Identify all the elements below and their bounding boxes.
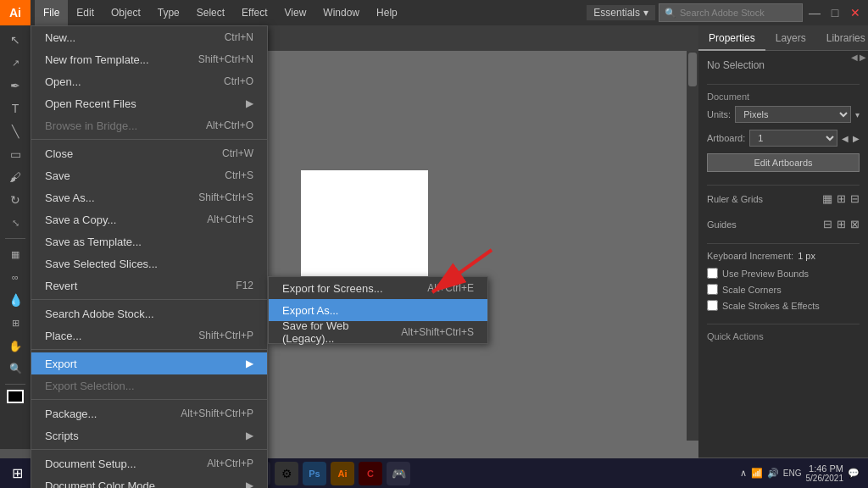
- tab-libraries[interactable]: Libraries: [816, 25, 868, 51]
- artboard-prev[interactable]: ◀: [842, 134, 849, 143]
- menu-save-slices[interactable]: Save Selected Slices...: [31, 252, 267, 274]
- taskbar-icon-game[interactable]: 🎮: [387, 462, 410, 485]
- menu-close[interactable]: Close Ctrl+W: [31, 142, 267, 164]
- select-tool[interactable]: ↖: [3, 30, 27, 50]
- taskbar-start[interactable]: ⊞: [0, 458, 34, 488]
- preview-bounds-cb[interactable]: [707, 268, 718, 279]
- guide-icon1[interactable]: ⊟: [823, 218, 832, 230]
- menu-package[interactable]: Package... Alt+Shift+Ctrl+P: [31, 402, 267, 424]
- gradient-tool[interactable]: ▦: [3, 244, 27, 264]
- artboard-tool[interactable]: ⊞: [3, 313, 27, 333]
- line-tool[interactable]: ╲: [3, 121, 27, 141]
- menu-color-mode[interactable]: Document Color Mode ▶: [31, 474, 267, 488]
- ruler-grids-row: Ruler & Grids ▦ ⊞ ⊟: [707, 192, 860, 205]
- menu-search-stock[interactable]: Search Adobe Stock...: [31, 302, 267, 324]
- pen-tool[interactable]: ✒: [3, 75, 27, 96]
- type-tool[interactable]: T: [3, 98, 27, 119]
- maximize-button[interactable]: □: [826, 4, 843, 21]
- fill-stroke[interactable]: [7, 390, 24, 403]
- guide-icon2[interactable]: ⊞: [837, 218, 846, 230]
- taskbar-right: ∧ 📶 🔊 ENG 1:46 PM 5/26/2021 💬: [740, 463, 868, 483]
- document-label: Document: [707, 92, 860, 102]
- taskbar-lang[interactable]: ENG: [783, 469, 802, 478]
- snap-icon[interactable]: ⊟: [850, 192, 860, 205]
- minimize-button[interactable]: —: [806, 4, 823, 21]
- scale-corners-row: Scale Corners: [707, 284, 860, 295]
- taskbar-icon-settings[interactable]: ⚙: [275, 462, 298, 485]
- scale-corners-label: Scale Corners: [722, 285, 782, 295]
- toolbar-divider: [5, 238, 25, 239]
- blend-tool[interactable]: ∞: [3, 267, 27, 287]
- divider2: [707, 185, 860, 186]
- artboard-row: Artboard: 1 ◀ ▶: [707, 130, 860, 147]
- artboard-next[interactable]: ▶: [853, 134, 860, 143]
- taskbar-icon-c[interactable]: C: [359, 462, 382, 485]
- keyboard-label: Keyboard Increment:: [707, 251, 793, 261]
- menu-new[interactable]: New... Ctrl+N: [31, 26, 267, 48]
- menu-save-as[interactable]: Save As... Shift+Ctrl+S: [31, 186, 267, 208]
- panel-left-btn[interactable]: ◀: [851, 53, 858, 62]
- search-box[interactable]: 🔍 Search Adobe Stock: [659, 3, 803, 22]
- preview-bounds-row: Use Preview Bounds: [707, 268, 860, 279]
- ruler-icon[interactable]: ▦: [822, 192, 832, 205]
- menu-select[interactable]: Select: [188, 0, 233, 25]
- save-for-web[interactable]: Save for Web (Legacy)... Alt+Shift+Ctrl+…: [269, 321, 487, 343]
- taskbar-icons-tray: ∧: [740, 468, 747, 479]
- menu-window[interactable]: Window: [314, 0, 368, 25]
- guide-icon3[interactable]: ⊠: [850, 218, 860, 230]
- scrollbar-thumb[interactable]: [688, 53, 697, 86]
- scale-strokes-cb[interactable]: [707, 300, 718, 311]
- grid-icon[interactable]: ⊞: [837, 192, 846, 205]
- export-for-screens[interactable]: Export for Screens... Alt+Ctrl+E: [269, 277, 487, 299]
- menu-effect[interactable]: Effect: [233, 0, 275, 25]
- menu-object[interactable]: Object: [103, 0, 149, 25]
- no-selection-label: No Selection: [707, 59, 860, 71]
- menu-save-template[interactable]: Save as Template...: [31, 230, 267, 252]
- zoom-tool[interactable]: 🔍: [3, 358, 27, 379]
- menu-help[interactable]: Help: [368, 0, 406, 25]
- panel-right-btn[interactable]: ▶: [860, 53, 866, 62]
- workspace-selector[interactable]: Essentials ▾: [587, 5, 655, 20]
- rotate-tool[interactable]: ↻: [3, 190, 27, 210]
- scale-corners-cb[interactable]: [707, 284, 718, 295]
- taskbar-icon-ps[interactable]: Ps: [303, 462, 326, 485]
- menu-save[interactable]: Save Ctrl+S: [31, 164, 267, 186]
- hand-tool[interactable]: ✋: [3, 336, 27, 356]
- sep4: [31, 399, 267, 400]
- artboard-select[interactable]: 1: [749, 130, 837, 147]
- rect-tool[interactable]: ▭: [3, 144, 27, 164]
- divider3: [707, 243, 860, 244]
- menu-place[interactable]: Place... Shift+Ctrl+P: [31, 324, 267, 347]
- left-toolbar: ↖ ↗ ✒ T ╲ ▭ 🖌 ↻ ⤡ ▦ ∞ 💧 ⊞ ✋ 🔍: [0, 25, 31, 449]
- menu-type[interactable]: Type: [149, 0, 188, 25]
- top-bar: Ai File Edit Object Type Select Effect V…: [0, 0, 868, 25]
- edit-artboards-btn[interactable]: Edit Artboards: [707, 153, 860, 172]
- menu-edit[interactable]: Edit: [68, 0, 103, 25]
- export-as[interactable]: Export As...: [269, 299, 487, 321]
- close-button[interactable]: ✕: [847, 4, 864, 21]
- taskbar-volume: 🔊: [767, 468, 779, 479]
- taskbar-clock[interactable]: 1:46 PM 5/26/2021: [806, 463, 844, 483]
- menu-doc-setup[interactable]: Document Setup... Alt+Ctrl+P: [31, 452, 267, 474]
- tab-layers[interactable]: Layers: [765, 25, 816, 51]
- menu-export[interactable]: Export ▶: [31, 352, 267, 374]
- eyedropper-tool[interactable]: 💧: [3, 290, 27, 310]
- tab-properties[interactable]: Properties: [698, 25, 765, 51]
- menu-view[interactable]: View: [276, 0, 315, 25]
- menu-save-copy[interactable]: Save a Copy... Alt+Ctrl+S: [31, 208, 267, 230]
- scale-tool[interactable]: ⤡: [3, 213, 27, 233]
- no-selection-section: No Selection: [707, 59, 860, 71]
- menu-new-from-template[interactable]: New from Template... Shift+Ctrl+N: [31, 48, 267, 70]
- units-select[interactable]: Pixels: [735, 106, 851, 123]
- menu-scripts[interactable]: Scripts ▶: [31, 424, 267, 446]
- menu-open-recent[interactable]: Open Recent Files ▶: [31, 92, 267, 114]
- menu-open[interactable]: Open... Ctrl+O: [31, 70, 267, 92]
- menu-file[interactable]: File: [35, 0, 68, 25]
- scrollbar-vertical[interactable]: [687, 51, 698, 441]
- taskbar-notification[interactable]: 💬: [848, 468, 860, 479]
- direct-select-tool[interactable]: ↗: [3, 53, 27, 73]
- taskbar-icon-ai[interactable]: Ai: [331, 462, 354, 485]
- brush-tool[interactable]: 🖌: [3, 167, 27, 187]
- sep5: [31, 449, 267, 450]
- menu-revert[interactable]: Revert F12: [31, 274, 267, 297]
